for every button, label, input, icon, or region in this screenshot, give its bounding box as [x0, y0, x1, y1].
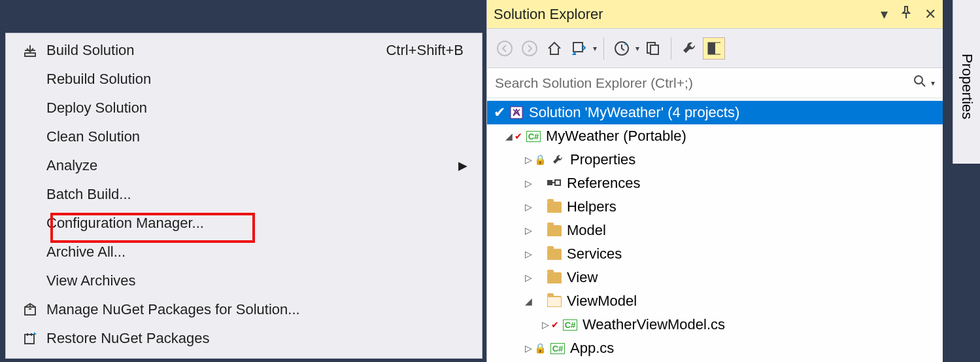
node-label: Helpers: [564, 198, 617, 215]
menu-item-restore-nuget[interactable]: Restore NuGet Packages: [7, 324, 481, 353]
expand-icon[interactable]: ▷: [522, 249, 534, 259]
tree-folder-model[interactable]: ▷ Model: [487, 219, 943, 242]
menu-label: Manage NuGet Packages for Solution...: [46, 301, 481, 318]
tree-file-weatherviewmodel[interactable]: ▷ ✔ C# WeatherViewModel.cs: [487, 313, 943, 336]
solution-tree: ✔ Solution 'MyWeather' (4 projects) ◢ ✔ …: [487, 98, 943, 362]
expand-icon[interactable]: ▷: [522, 178, 534, 189]
svg-rect-10: [708, 43, 715, 54]
wrench-icon: [548, 153, 567, 166]
svg-rect-14: [555, 180, 560, 185]
menu-label: View Archives: [46, 272, 481, 289]
file-label: App.cs: [567, 340, 614, 357]
tree-solution-node[interactable]: ✔ Solution 'MyWeather' (4 projects): [487, 101, 943, 124]
menu-label: Clean Solution: [46, 128, 481, 145]
expand-icon[interactable]: ▷: [522, 343, 534, 353]
node-label: ViewModel: [564, 293, 637, 310]
menu-item-manage-nuget[interactable]: Manage NuGet Packages for Solution...: [7, 295, 481, 324]
solution-explorer-search[interactable]: Search Solution Explorer (Ctrl+;) ▾: [487, 68, 943, 98]
svg-rect-2: [25, 335, 34, 344]
svg-point-3: [498, 41, 512, 56]
tree-project-node[interactable]: ◢ ✔ C# MyWeather (Portable): [487, 124, 943, 148]
submenu-arrow-icon: ▶: [458, 158, 481, 173]
close-icon[interactable]: ✕: [924, 6, 936, 23]
svg-rect-13: [547, 180, 552, 185]
node-label: Services: [564, 245, 622, 262]
lock-icon: 🔒: [534, 154, 547, 166]
svg-point-4: [522, 41, 537, 56]
collapse-icon[interactable]: ◢: [522, 296, 534, 306]
tree-file-app[interactable]: ▷ 🔒 C# App.cs: [487, 336, 943, 360]
csharp-project-icon: C#: [524, 131, 543, 142]
pending-changes-button[interactable]: [611, 37, 633, 60]
expand-icon[interactable]: ▷: [539, 319, 551, 330]
properties-button[interactable]: [678, 37, 700, 60]
menu-label: Rebuild Solution: [46, 71, 481, 88]
solution-explorer-toolbar: ▾ ▾: [487, 29, 943, 68]
nuget-icon: [14, 302, 46, 317]
preview-button[interactable]: [703, 37, 725, 60]
svg-rect-8: [651, 45, 658, 54]
folder-icon: [545, 202, 564, 213]
check-icon: ✔: [492, 104, 507, 121]
build-context-menu: Build Solution Ctrl+Shift+B Rebuild Solu…: [5, 33, 482, 359]
properties-tab-label: Properties: [958, 45, 975, 119]
menu-item-analyze[interactable]: Analyze ▶: [7, 151, 481, 180]
collapse-icon[interactable]: ◢: [503, 131, 515, 141]
project-label: MyWeather (Portable): [543, 128, 686, 145]
menu-label: Batch Build...: [46, 186, 481, 203]
sync-button[interactable]: [568, 37, 590, 60]
tree-folder-services[interactable]: ▷ Services: [487, 242, 943, 266]
solution-explorer-panel: Solution Explorer ▾ ✕ ▾ ▾ Search Solutio…: [486, 0, 943, 362]
menu-item-view-archives[interactable]: View Archives: [7, 266, 481, 295]
lock-icon: 🔒: [534, 342, 547, 354]
dropdown-caret-icon[interactable]: ▾: [635, 44, 639, 53]
menu-item-batch-build[interactable]: Batch Build...: [7, 180, 481, 209]
folder-icon: [545, 225, 564, 236]
menu-shortcut: Ctrl+Shift+B: [386, 42, 481, 59]
node-label: Model: [564, 222, 606, 239]
menu-item-rebuild-solution[interactable]: Rebuild Solution: [7, 65, 481, 94]
solution-icon: [507, 105, 526, 120]
folder-open-icon: [545, 296, 564, 307]
menu-item-archive-all[interactable]: Archive All...: [7, 238, 481, 266]
tree-properties-node[interactable]: ▷ 🔒 Properties: [487, 148, 943, 172]
pin-icon[interactable]: [901, 6, 911, 23]
expand-icon[interactable]: ▷: [522, 154, 534, 165]
menu-item-build-solution[interactable]: Build Solution Ctrl+Shift+B: [7, 36, 481, 65]
search-icon[interactable]: [913, 74, 927, 92]
show-all-files-button[interactable]: [642, 37, 664, 60]
node-label: Properties: [567, 151, 635, 168]
home-button[interactable]: [543, 37, 566, 60]
solution-explorer-title-bar: Solution Explorer ▾ ✕: [487, 0, 943, 29]
folder-icon: [545, 272, 564, 283]
expand-icon[interactable]: ▷: [522, 272, 534, 283]
svg-point-11: [915, 76, 922, 84]
dropdown-caret-icon[interactable]: ▾: [931, 79, 935, 88]
forward-button[interactable]: [518, 37, 541, 60]
menu-item-configuration-manager[interactable]: Configuration Manager...: [7, 209, 481, 238]
expand-icon[interactable]: ▷: [522, 225, 534, 236]
properties-tab[interactable]: Properties: [953, 0, 980, 164]
menu-item-deploy-solution[interactable]: Deploy Solution: [7, 94, 481, 122]
expand-icon[interactable]: ▷: [522, 202, 534, 212]
node-label: View: [564, 269, 598, 286]
dropdown-caret-icon[interactable]: ▾: [593, 44, 597, 53]
menu-label: Build Solution: [46, 42, 386, 59]
node-label: References: [564, 175, 641, 192]
menu-label: Analyze: [46, 157, 458, 174]
tree-folder-helpers[interactable]: ▷ Helpers: [487, 195, 943, 219]
search-placeholder: Search Solution Explorer (Ctrl+;): [495, 75, 693, 91]
window-position-dropdown-icon[interactable]: ▾: [881, 6, 888, 23]
menu-label: Archive All...: [46, 244, 481, 261]
back-button[interactable]: [494, 37, 516, 60]
checkout-icon: ✔: [551, 319, 559, 330]
restore-icon: [14, 331, 46, 346]
menu-label: Configuration Manager...: [46, 215, 481, 232]
tree-folder-view[interactable]: ▷ View: [487, 266, 943, 289]
menu-item-clean-solution[interactable]: Clean Solution: [7, 122, 481, 151]
svg-rect-0: [25, 53, 35, 56]
checkout-icon: ✔: [515, 131, 522, 141]
tree-references-node[interactable]: ▷ References: [487, 172, 943, 195]
svg-rect-5: [573, 43, 583, 52]
tree-folder-viewmodel[interactable]: ◢ ViewModel: [487, 289, 943, 313]
